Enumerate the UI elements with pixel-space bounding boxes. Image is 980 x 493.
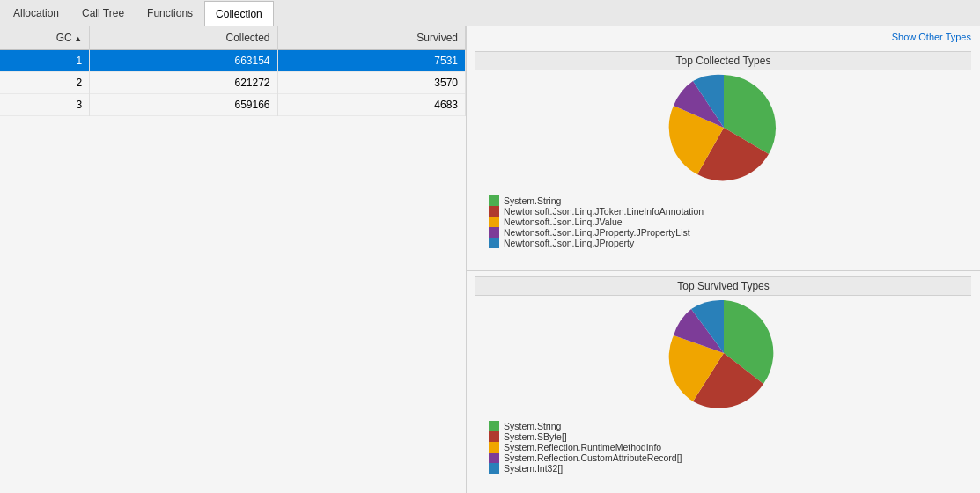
cell-collected: 663154 xyxy=(90,50,277,72)
top-bar-right: Show Other Types xyxy=(467,26,980,48)
legend-color-box xyxy=(489,442,499,453)
legend-label: Newtonsoft.Json.Linq.JProperty.JProperty… xyxy=(504,227,690,238)
legend-item: System.SByte[] xyxy=(489,431,682,442)
legend-item: System.String xyxy=(489,421,682,431)
table-row[interactable]: 26212723570 xyxy=(0,72,466,94)
collected-pie-chart xyxy=(667,70,781,185)
legend-item: Newtonsoft.Json.Linq.JToken.LineInfoAnno… xyxy=(489,206,704,217)
top-collected-title: Top Collected Types xyxy=(475,51,971,70)
right-content: Show Other Types Top Collected Types xyxy=(467,26,980,493)
cell-gc: 1 xyxy=(0,50,90,72)
legend-label: Newtonsoft.Json.Linq.JValue xyxy=(504,217,623,227)
legend-label: Newtonsoft.Json.Linq.JToken.LineInfoAnno… xyxy=(504,206,704,217)
collected-pie-svg xyxy=(667,70,781,185)
col-collected[interactable]: Collected xyxy=(90,26,277,50)
cell-collected: 659166 xyxy=(90,94,277,116)
legend-color-box xyxy=(489,195,499,206)
legend-label: System.String xyxy=(504,421,561,431)
legend-item: Newtonsoft.Json.Linq.JProperty.JProperty… xyxy=(489,227,704,238)
top-survived-title: Top Survived Types xyxy=(475,276,971,296)
survived-legend: System.StringSystem.SByte[]System.Reflec… xyxy=(475,421,682,474)
legend-item: System.String xyxy=(489,195,704,206)
survived-pie-svg xyxy=(667,296,781,410)
col-survived[interactable]: Survived xyxy=(277,26,465,50)
app-container: Allocation Call Tree Functions Collectio… xyxy=(0,0,980,493)
show-other-types-button[interactable]: Show Other Types xyxy=(892,32,971,42)
legend-label: System.String xyxy=(504,195,561,206)
top-collected-section: Top Collected Types xyxy=(467,48,980,269)
gc-table: GC Collected Survived 166315475312621272… xyxy=(0,26,466,116)
table-row[interactable]: 16631547531 xyxy=(0,50,466,72)
legend-color-box xyxy=(489,238,499,248)
cell-survived: 7531 xyxy=(277,50,465,72)
legend-label: System.Int32[] xyxy=(504,463,563,474)
legend-color-box xyxy=(489,421,499,431)
charts-wrapper: Top Collected Types xyxy=(467,48,980,493)
legend-label: Newtonsoft.Json.Linq.JProperty xyxy=(504,238,634,248)
legend-color-box xyxy=(489,431,499,442)
top-survived-section: Top Survived Types xyxy=(467,273,980,494)
section-divider xyxy=(467,270,980,271)
collected-legend: System.StringNewtonsoft.Json.Linq.JToken… xyxy=(475,195,704,248)
main-content: GC Collected Survived 166315475312621272… xyxy=(0,26,980,493)
legend-item: Newtonsoft.Json.Linq.JValue xyxy=(489,217,704,227)
legend-item: System.Reflection.RuntimeMethodInfo xyxy=(489,442,682,453)
survived-chart-and-legend: System.StringSystem.SByte[]System.Reflec… xyxy=(475,296,971,474)
cell-collected: 621272 xyxy=(90,72,277,94)
tab-bar: Allocation Call Tree Functions Collectio… xyxy=(0,0,980,26)
legend-color-box xyxy=(489,453,499,463)
left-panel: GC Collected Survived 166315475312621272… xyxy=(0,26,467,493)
collected-chart-and-legend: System.StringNewtonsoft.Json.Linq.JToken… xyxy=(475,70,971,248)
table-header-row: GC Collected Survived xyxy=(0,26,466,50)
cell-survived: 3570 xyxy=(277,72,465,94)
legend-label: System.Reflection.RuntimeMethodInfo xyxy=(504,442,661,453)
legend-label: System.SByte[] xyxy=(504,431,567,442)
legend-item: System.Int32[] xyxy=(489,463,682,474)
col-gc[interactable]: GC xyxy=(0,26,90,50)
tab-call-tree[interactable]: Call Tree xyxy=(70,0,136,26)
legend-item: System.Reflection.CustomAttributeRecord[… xyxy=(489,453,682,463)
tab-allocation[interactable]: Allocation xyxy=(2,0,70,26)
legend-color-box xyxy=(489,217,499,227)
cell-survived: 4683 xyxy=(277,94,465,116)
legend-color-box xyxy=(489,463,499,474)
cell-gc: 3 xyxy=(0,94,90,116)
legend-label: System.Reflection.CustomAttributeRecord[… xyxy=(504,453,682,463)
survived-pie-chart xyxy=(667,296,781,410)
tab-collection[interactable]: Collection xyxy=(204,1,274,26)
legend-color-box xyxy=(489,206,499,217)
right-panel: Show Other Types Top Collected Types xyxy=(467,26,980,493)
legend-color-box xyxy=(489,227,499,238)
tab-functions[interactable]: Functions xyxy=(136,0,204,26)
legend-item: Newtonsoft.Json.Linq.JProperty xyxy=(489,238,704,248)
table-row[interactable]: 36591664683 xyxy=(0,94,466,116)
cell-gc: 2 xyxy=(0,72,90,94)
